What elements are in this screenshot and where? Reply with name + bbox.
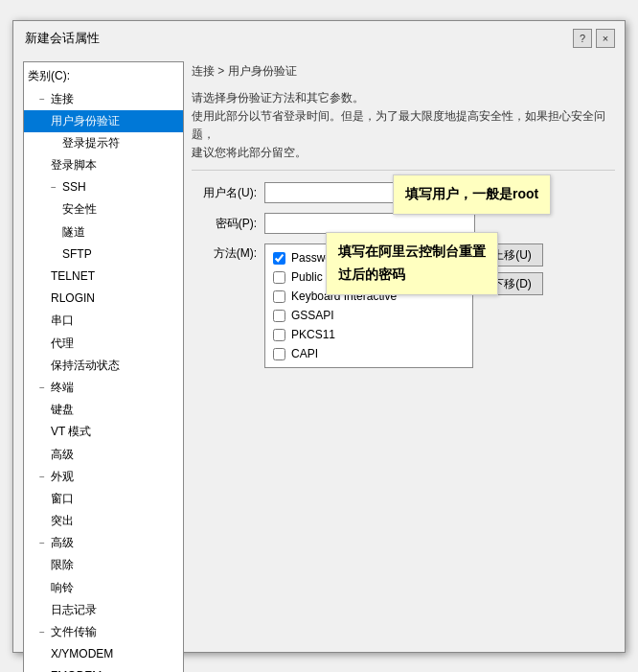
sidebar-item-telnet[interactable]: TELNET (24, 266, 183, 288)
sidebar-item-bell[interactable]: 响铃 (24, 577, 183, 599)
sidebar-item-filetransfer[interactable]: −文件传输 (24, 621, 183, 643)
sidebar-item-connection[interactable]: −连接 (24, 88, 183, 110)
sidebar-item-delete[interactable]: 限除 (24, 554, 183, 576)
password-row: 密码(P): 填写在阿里云控制台重置 过后的密码 (192, 213, 615, 234)
breadcrumb: 连接 > 用户身份验证 (192, 61, 615, 81)
sidebar-item-rlogin[interactable]: RLOGIN (24, 288, 183, 310)
method-label-gssapi: GSSAPI (291, 309, 334, 322)
sidebar-item-ssh[interactable]: −SSH (24, 176, 183, 198)
desc-line1: 请选择身份验证方法和其它参数。 (192, 89, 615, 107)
method-checkbox-gssapi[interactable] (273, 310, 285, 322)
method-item-pkcs11[interactable]: PKCS11 (265, 325, 472, 344)
expand-icon-filetransfer: − (39, 625, 51, 640)
description: 请选择身份验证方法和其它参数。 使用此部分以节省登录时间。但是，为了最大限度地提… (192, 89, 615, 172)
username-tip-text: 填写用户，一般是root (405, 186, 538, 201)
method-checkbox-password[interactable] (273, 252, 285, 265)
sidebar-item-login-prompt[interactable]: 登录提示符 (24, 132, 183, 154)
expand-icon-terminal: − (39, 381, 51, 396)
sidebar-item-zmodem[interactable]: ZMODEM (24, 665, 183, 672)
sidebar-item-security[interactable]: 安全性 (24, 198, 183, 220)
dialog-title: 新建会话属性 (25, 30, 100, 47)
sidebar-item-proxy[interactable]: 代理 (24, 333, 183, 355)
main-panel: 连接 > 用户身份验证 请选择身份验证方法和其它参数。 使用此部分以节省登录时间… (192, 61, 615, 673)
method-checkbox-pkcs11[interactable] (273, 329, 285, 341)
username-row: 用户名(U): 填写用户，一般是root (192, 182, 615, 203)
method-item-gssapi[interactable]: GSSAPI (265, 306, 472, 325)
title-bar: 新建会话属性 ? × (13, 21, 625, 54)
method-label-pkcs11: PKCS11 (291, 328, 335, 341)
expand-icon-advanced: − (39, 536, 51, 551)
sidebar-item-vt-mode[interactable]: VT 模式 (24, 421, 183, 443)
sidebar-item-advanced[interactable]: −高级 (24, 532, 183, 554)
sidebar-item-sftp[interactable]: SFTP (24, 243, 183, 266)
sidebar-item-highlight[interactable]: 突出 (24, 510, 183, 532)
desc-line3: 建议您将此部分留空。 (192, 144, 615, 162)
sidebar-item-window[interactable]: 窗口 (24, 488, 183, 510)
sidebar-label: 类别(C): (24, 66, 183, 88)
sidebar-item-tunnel[interactable]: 隧道 (24, 221, 183, 243)
method-checkbox-capi[interactable] (273, 348, 285, 360)
method-label-capi: CAPI (291, 347, 318, 360)
sidebar-item-appearance[interactable]: −外观 (24, 466, 183, 488)
expand-icon-ssh: − (51, 180, 62, 196)
password-tip-line2: 过后的密码 (338, 264, 486, 287)
method-checkbox-keyboard[interactable] (273, 290, 285, 303)
dialog-body: 类别(C): −连接 用户身份验证 登录提示符 登录脚本 −SSH 安全性 隧道 (13, 54, 625, 673)
desc-line2: 使用此部分以节省登录时间。但是，为了最大限度地提高安全性，如果担心安全问题， (192, 107, 615, 144)
password-tip-line1: 填写在阿里云控制台重置 (338, 241, 486, 264)
sidebar-item-terminal[interactable]: −终端 (24, 377, 183, 399)
method-item-capi[interactable]: CAPI (265, 344, 472, 363)
sidebar-item-xymodem[interactable]: X/YMODEM (24, 643, 183, 665)
close-button[interactable]: × (596, 29, 615, 48)
password-input[interactable] (264, 213, 475, 234)
dialog: 新建会话属性 ? × 类别(C): −连接 用户身份验证 登录提示符 登录脚本 … (12, 20, 626, 653)
password-tooltip: 填写在阿里云控制台重置 过后的密码 (326, 232, 498, 295)
method-label: 方法(M): (192, 243, 257, 262)
username-tooltip: 填写用户，一般是root (393, 174, 551, 215)
title-controls: ? × (573, 29, 615, 48)
username-label: 用户名(U): (192, 185, 257, 201)
password-label: 密码(P): (192, 216, 257, 232)
sidebar-item-port[interactable]: 串口 (24, 310, 183, 332)
help-button[interactable]: ? (573, 29, 592, 48)
sidebar-item-user-auth[interactable]: 用户身份验证 (24, 110, 183, 132)
expand-icon: − (39, 92, 51, 107)
sidebar-item-advanced-terminal[interactable]: 高级 (24, 444, 183, 466)
sidebar: 类别(C): −连接 用户身份验证 登录提示符 登录脚本 −SSH 安全性 隧道 (23, 61, 184, 673)
sidebar-item-keyboard[interactable]: 键盘 (24, 399, 183, 421)
sidebar-item-login-script[interactable]: 登录脚本 (24, 154, 183, 176)
expand-icon-appearance: − (39, 470, 51, 485)
sidebar-item-logging[interactable]: 日志记录 (24, 599, 183, 621)
method-checkbox-publickey[interactable] (273, 271, 285, 284)
form-area: 用户名(U): 填写用户，一般是root 密码(P): 填写在阿里云控制台重置 … (192, 182, 615, 368)
sidebar-item-keepalive[interactable]: 保持活动状态 (24, 355, 183, 377)
